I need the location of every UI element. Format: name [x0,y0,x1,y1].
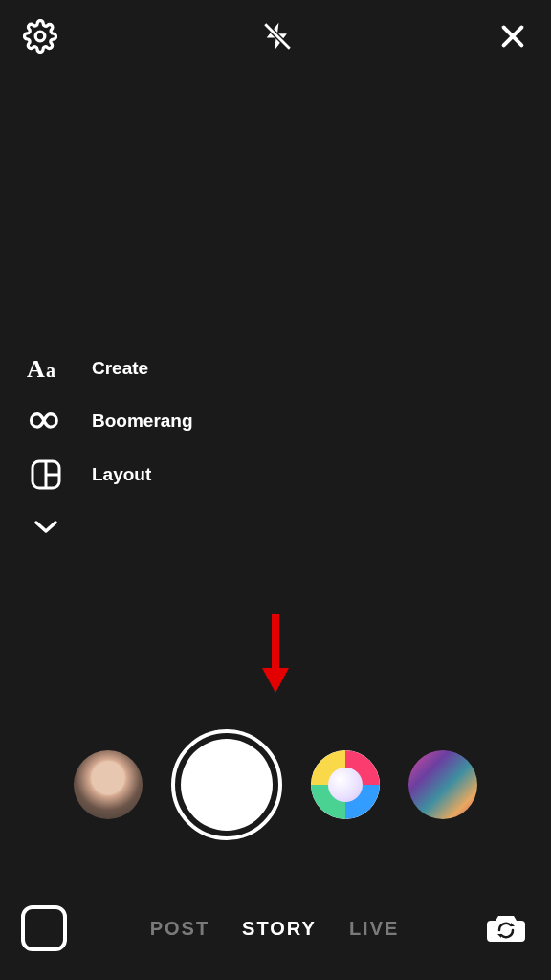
filter-thumb-2[interactable] [311,750,380,819]
capture-button-inner [181,739,273,831]
capture-button[interactable] [171,729,282,840]
switch-camera-button[interactable] [482,909,530,947]
filter-thumb-3[interactable] [408,750,477,819]
annotation-arrow [259,611,292,699]
tool-boomerang[interactable]: Boomerang [27,410,193,433]
tool-expand[interactable] [27,517,193,536]
side-tools: A a Create Boomerang Layout [27,354,193,536]
mode-post[interactable]: POST [150,918,209,940]
flash-toggle-button[interactable] [261,20,294,56]
infinity-icon [27,410,65,433]
top-bar [0,19,551,56]
filter-strip [0,727,551,842]
flash-off-icon [261,20,294,56]
tool-layout[interactable]: Layout [27,459,193,490]
tool-layout-label: Layout [92,464,151,485]
filter-thumb-1[interactable] [74,750,143,819]
close-button[interactable] [497,21,528,55]
tool-create[interactable]: A a Create [27,354,193,383]
gallery-thumbnail-icon [21,905,67,951]
chevron-down-icon [27,517,65,536]
mode-story[interactable]: STORY [242,918,317,940]
svg-text:a: a [46,360,55,381]
gear-icon [23,19,57,56]
tool-create-label: Create [92,358,148,379]
text-aa-icon: A a [27,354,65,383]
mode-live[interactable]: LIVE [349,918,399,940]
svg-marker-11 [262,668,289,693]
tool-boomerang-label: Boomerang [92,411,193,432]
mode-switcher: POST STORY LIVE [67,918,482,940]
bottom-bar: POST STORY LIVE [0,905,551,951]
close-icon [497,21,528,55]
svg-text:A: A [27,355,45,383]
settings-button[interactable] [23,19,57,56]
layout-icon [27,459,65,490]
arrow-down-icon [259,681,292,698]
switch-camera-icon [485,909,527,948]
gallery-button[interactable] [21,905,67,951]
svg-point-0 [35,32,45,41]
